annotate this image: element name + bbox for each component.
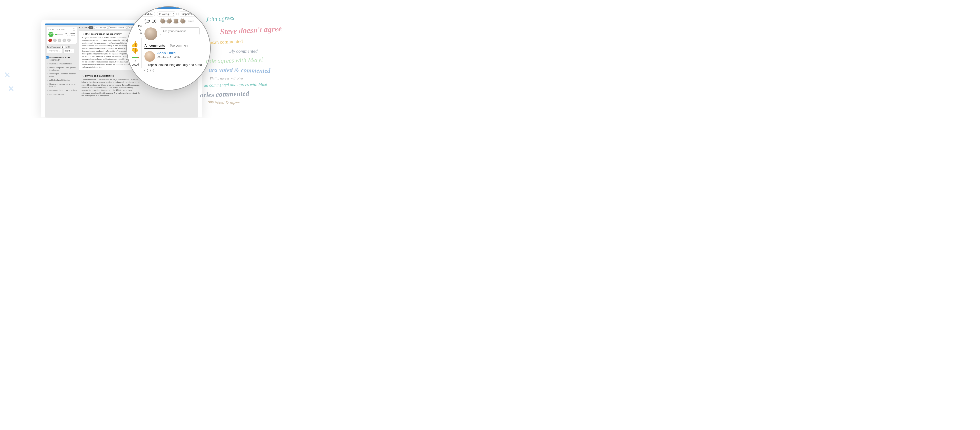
toc: P1Brief description of the opportunity B… (47, 56, 77, 96)
xp-progress (55, 34, 63, 35)
activity-float: rnie agrees with Meryl (205, 56, 263, 65)
voted-label: voted (188, 20, 194, 22)
vote-box-zoom: 👍👎 8 voted (129, 38, 142, 68)
avatar (160, 18, 165, 24)
activity-float: ony voted & agree (208, 99, 240, 106)
mini-badge: 8 (58, 38, 61, 42)
vote-count: 8 voted (131, 60, 140, 66)
toc-item[interactable]: Added value of EU action (47, 78, 77, 82)
magnifier-lens: Decided (5) In voting (15) Supported (15… (126, 6, 211, 90)
chevron-down-icon: ▾ (72, 50, 72, 52)
warn-badge-icon: ! (48, 38, 52, 42)
zoom-comment: John Third 25.11.2016 - 09:57 (145, 51, 211, 62)
activity-float: ura voted & commented (208, 66, 270, 75)
toc-item[interactable]: Recommended EU policy actions (47, 88, 77, 92)
avatar (145, 51, 155, 62)
avatar (145, 27, 158, 40)
toc-item[interactable]: P1Brief description of the opportunity (47, 56, 77, 62)
help-icon[interactable]: ? (73, 29, 75, 31)
toc-item[interactable]: Market prospects – size, growth trends a… (47, 66, 77, 72)
comment-input[interactable] (160, 27, 199, 35)
avatar (167, 18, 172, 24)
profile-strength-card: PROFILE STRENGTH ? LEVEL 1 TOTAL = 10 XP… (47, 27, 77, 44)
paragraph-body: The evolution of ICT systems and the lar… (81, 78, 141, 97)
comments-icon: 💬 (145, 19, 150, 24)
activity-float: Steve doesn't agree (220, 24, 282, 36)
paragraph-title: Brief description of the opportunity (85, 33, 121, 35)
previous-button[interactable]: PREVIOUS▾ (47, 49, 62, 53)
activity-float: Phillip agrees with Pter (210, 76, 243, 81)
toc-item[interactable]: Barriers and market failures (47, 62, 77, 66)
paragraph-title: Barriers and market failures (85, 75, 114, 77)
toc-item[interactable]: Existing or planned initiatives to build… (47, 82, 77, 88)
activity-float: John agrees (205, 14, 234, 23)
mini-badge: 3 (53, 38, 57, 42)
profile-strength-label: PROFILE STRENGTH (48, 29, 66, 31)
toc-item[interactable]: Challenges – identified need for action (47, 72, 77, 78)
commenter-name[interactable]: John Third (158, 51, 180, 55)
tab-all-comments[interactable]: All comments (145, 44, 165, 49)
filter-chip-all[interactable]: All (88, 26, 93, 29)
toc-item[interactable]: Key stakeholders (47, 92, 77, 96)
vote-down-icon[interactable]: ⌄ (150, 69, 154, 72)
activity-float: Sly commented (229, 49, 258, 54)
lens-chip[interactable]: Supported (15) (178, 11, 200, 16)
filter-chip[interactable]: Most voted (5) (94, 26, 108, 29)
lens-chip[interactable]: Decided (5) (137, 11, 155, 16)
thumbs-down-icon[interactable]: 👎 (131, 48, 140, 54)
activity-float: an commented and agrees with Mike (204, 82, 267, 88)
level-badge: LEVEL 1 (48, 32, 54, 37)
paragraph-card: P2Barriers and market failures The evolu… (79, 73, 143, 99)
mini-badge: 10 (62, 38, 66, 42)
badge-row: ! 3 8 10 15 (48, 38, 75, 42)
filter-chip[interactable]: Most comments (30) (109, 26, 127, 29)
vote-meter (132, 57, 139, 58)
sidebar: PROFILE STRENGTH ? LEVEL 1 TOTAL = 10 XP… (45, 25, 78, 117)
filter-icon: ▾ (79, 27, 80, 29)
filter-label: FILTER: (81, 27, 88, 29)
next-button[interactable]: NEXT▾ (63, 49, 74, 53)
comment-count: 18 (152, 19, 156, 24)
lens-chip[interactable]: In voting (15) (157, 11, 177, 16)
activity-float: usan commented (210, 38, 243, 45)
comment-date: 25.11.2016 - 09:57 (158, 55, 180, 58)
avatar (173, 18, 179, 24)
comment-stat: 💬 18 voted (145, 18, 211, 24)
lens-filter-chips: Decided (5) In voting (15) Supported (15… (127, 9, 210, 17)
compose-row (145, 27, 199, 40)
mini-badge: 15 (67, 38, 71, 42)
total-xp: TOTAL = 10 XP (65, 33, 75, 35)
chevron-down-icon: ▾ (59, 50, 60, 52)
vote-up-icon[interactable]: ⌃ (145, 69, 148, 72)
next-level: 5 XP to lv. 2 (67, 35, 75, 36)
avatar (180, 18, 185, 24)
comment-body: Europe's total housing annually and a mo (145, 63, 211, 67)
goto-paragraph: Go to Paragraph of 50 (47, 46, 77, 48)
tab-top-comments[interactable]: Top commen (170, 44, 188, 49)
goto-input[interactable] (60, 46, 65, 48)
activity-float: arles commented (200, 89, 249, 99)
thumbs-up-icon[interactable]: 👍 (131, 41, 140, 48)
